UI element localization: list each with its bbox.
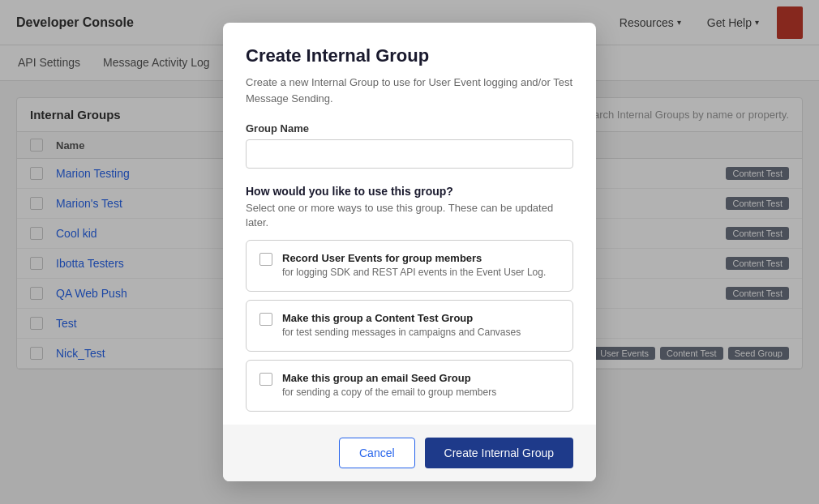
option-cards-container: Record User Events for group membersfor … xyxy=(246,240,573,411)
group-name-input[interactable] xyxy=(246,139,573,169)
usage-subtitle: Select one or more ways to use this grou… xyxy=(246,201,573,230)
option-title-2: Make this group an email Seed Group xyxy=(282,372,496,384)
option-title-0: Record User Events for group members xyxy=(282,252,546,264)
option-checkbox-1[interactable] xyxy=(259,313,272,326)
option-text-1: Make this group a Content Test Groupfor … xyxy=(282,312,521,340)
option-card-1[interactable]: Make this group a Content Test Groupfor … xyxy=(246,300,573,352)
usage-title: How would you like to use this group? xyxy=(246,185,573,198)
option-card-2[interactable]: Make this group an email Seed Groupfor s… xyxy=(246,360,573,412)
option-text-2: Make this group an email Seed Groupfor s… xyxy=(282,372,496,399)
modal-title: Create Internal Group xyxy=(246,45,573,66)
option-subtitle-2: for sending a copy of the email to group… xyxy=(282,386,496,399)
option-text-0: Record User Events for group membersfor … xyxy=(282,252,546,280)
cancel-button[interactable]: Cancel xyxy=(339,438,415,468)
option-card-0[interactable]: Record User Events for group membersfor … xyxy=(246,240,573,292)
option-subtitle-0: for logging SDK and REST API events in t… xyxy=(282,266,546,280)
modal-footer: Cancel Create Internal Group xyxy=(223,425,596,481)
modal-subtitle: Create a new Internal Group to use for U… xyxy=(246,75,573,106)
option-checkbox-2[interactable] xyxy=(259,373,272,386)
group-name-label: Group Name xyxy=(246,122,573,135)
option-subtitle-1: for test sending messages in campaigns a… xyxy=(282,326,521,340)
option-title-1: Make this group a Content Test Group xyxy=(282,312,521,324)
create-internal-group-button[interactable]: Create Internal Group xyxy=(425,438,573,468)
modal-body: Create Internal Group Create a new Inter… xyxy=(223,23,596,412)
create-internal-group-modal: Create Internal Group Create a new Inter… xyxy=(223,23,596,481)
option-checkbox-0[interactable] xyxy=(259,253,272,266)
modal-overlay: Create Internal Group Create a new Inter… xyxy=(0,0,819,504)
